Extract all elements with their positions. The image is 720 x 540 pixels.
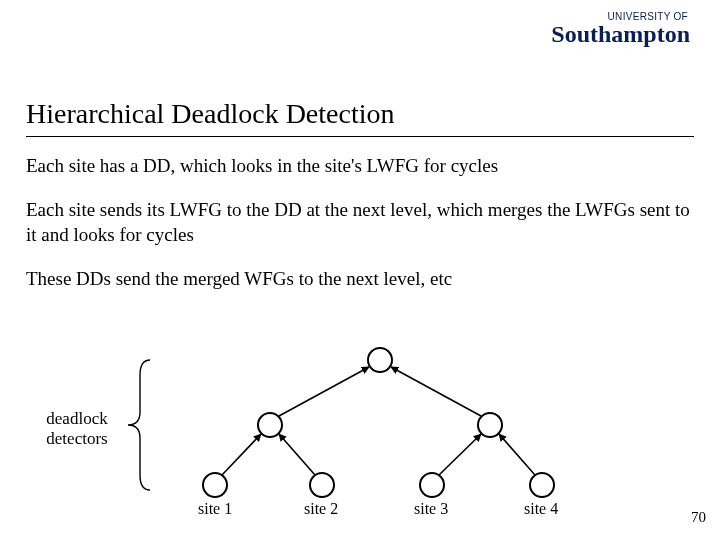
brace: [128, 360, 150, 490]
node-mid-right: [478, 413, 502, 437]
tree-diagram: [0, 0, 720, 540]
node-leaf-3: [420, 473, 444, 497]
edge-leaf1-midleft: [222, 434, 261, 475]
edge-leaf2-midleft: [279, 434, 315, 475]
node-mid-left: [258, 413, 282, 437]
page-number: 70: [691, 509, 706, 526]
site-3-label: site 3: [414, 500, 448, 518]
edge-midright-root: [391, 367, 481, 416]
site-1-label: site 1: [198, 500, 232, 518]
node-root: [368, 348, 392, 372]
site-4-label: site 4: [524, 500, 558, 518]
edge-leaf4-midright: [499, 434, 535, 475]
node-leaf-1: [203, 473, 227, 497]
site-2-label: site 2: [304, 500, 338, 518]
edge-midleft-root: [279, 367, 369, 416]
node-leaf-2: [310, 473, 334, 497]
node-leaf-4: [530, 473, 554, 497]
edge-leaf3-midright: [439, 434, 481, 475]
tree-nodes: [203, 348, 554, 497]
